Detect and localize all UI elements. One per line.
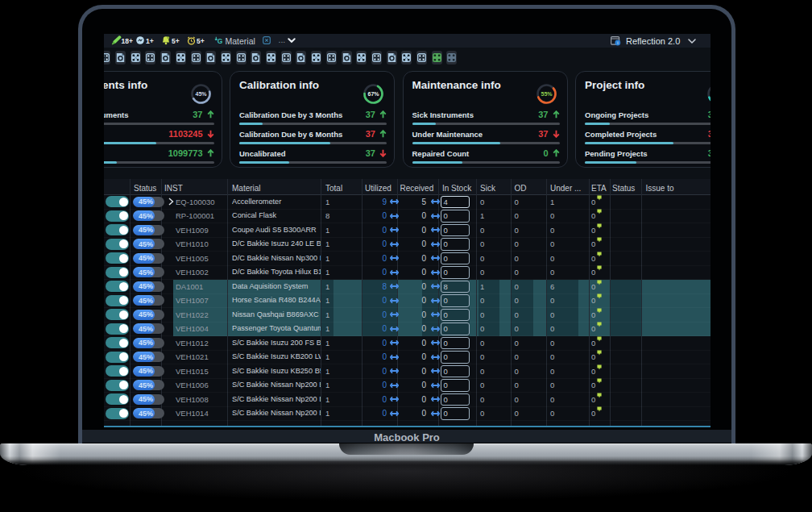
svg-text:G: G bbox=[218, 37, 222, 45]
svg-text:67%: 67% bbox=[367, 91, 379, 97]
svg-text:45%: 45% bbox=[195, 91, 207, 97]
svg-text:55%: 55% bbox=[541, 91, 553, 97]
svg-text:i: i bbox=[617, 40, 618, 45]
